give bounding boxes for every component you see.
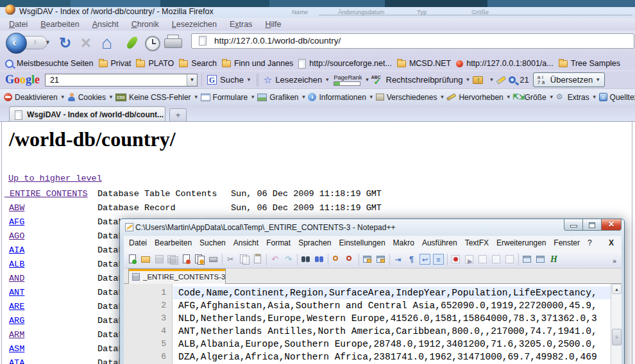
webdev-informationen[interactable]: iInformationen▼ [308, 93, 373, 102]
sync-h-icon[interactable] [375, 254, 386, 265]
menu-bearbeiten[interactable]: Bearbeiten [34, 18, 85, 31]
webdev-hervorheben[interactable]: Hervorheben▼ [446, 93, 511, 102]
fn-icon[interactable]: H [548, 254, 559, 265]
zoom-in-icon[interactable] [331, 254, 342, 265]
record-icon[interactable] [450, 254, 461, 265]
redo-icon[interactable]: ↷ [283, 254, 294, 265]
back-button[interactable] [6, 33, 27, 54]
listing-link[interactable]: _ENTIRE_CONTENTS [4, 187, 88, 201]
zoom-out-icon[interactable] [344, 254, 355, 265]
url-text[interactable]: http://127.0.0.1/world-db/country/ [214, 33, 341, 49]
copy-icon[interactable] [239, 254, 250, 265]
find-icon[interactable] [300, 254, 311, 265]
bookmark-item[interactable]: Privat [97, 59, 135, 68]
menu-lesezeichen[interactable]: Lesezeichen [165, 18, 223, 31]
doc2-icon[interactable] [535, 254, 546, 265]
webdev-extras[interactable]: ⚙Extras▼ [556, 93, 597, 102]
history-dropdown[interactable]: ▼ [45, 39, 51, 46]
scroll-thumb[interactable]: ≡ [612, 329, 622, 345]
npp-menu-suchen[interactable]: Suchen [196, 236, 230, 251]
toolbar-overflow[interactable]: » [613, 257, 616, 265]
maximize-button[interactable] [582, 219, 602, 231]
doc1-icon[interactable] [521, 254, 532, 265]
send-to-button[interactable]: ↑▼ [473, 76, 494, 84]
close-button[interactable]: ✕ [601, 219, 622, 231]
google-search-dropdown[interactable]: ▼ [187, 74, 197, 86]
reload-button[interactable]: ↻ [59, 35, 71, 52]
npp-menu-format[interactable]: Format [262, 236, 294, 251]
google-bookmarks-button[interactable]: ☆Lesezeichen▼ [264, 74, 330, 86]
listing-link[interactable]: AFG [9, 215, 24, 229]
listing-link[interactable]: ARM [9, 328, 24, 342]
npp-menu-fenster[interactable]: Fenster [550, 236, 584, 251]
cut-icon[interactable]: ✂ [225, 254, 236, 265]
save-icon[interactable] [154, 254, 165, 265]
listing-link[interactable]: ATA [9, 356, 24, 364]
npp-menu-sprachen[interactable]: Sprachen [294, 236, 335, 251]
editor-scrollbar[interactable]: ▲ ≡ [611, 284, 622, 364]
menu-datei[interactable]: Datei [3, 18, 34, 31]
wrap-icon[interactable]: ↩ [419, 254, 430, 265]
webdev-gr-e[interactable]: ⇱⇲Größe▼ [513, 93, 554, 102]
notepad-editor[interactable]: 123456 Code,Name,Continent,Region,Surfac… [124, 284, 622, 364]
listing-link[interactable]: ARE [9, 300, 24, 314]
bookmark-item[interactable]: http://sourceforge.net... [297, 59, 396, 69]
listing-link[interactable]: AND [9, 272, 24, 286]
undo-icon[interactable]: ↶ [269, 254, 280, 265]
print-icon[interactable] [208, 254, 219, 265]
bookmark-item[interactable]: MCSD.NET [396, 59, 455, 68]
bookmark-item[interactable]: Search [178, 59, 221, 68]
npp-menu-ausfhren[interactable]: Ausführen [418, 236, 461, 251]
npp-menu-ansicht[interactable]: Ansicht [230, 236, 262, 251]
webdev-quelltext[interactable]: ≡Quelltext▼ [599, 93, 635, 102]
bookmark-item[interactable]: http://127.0.0.1:8001/a... [455, 59, 557, 68]
multi-icon[interactable] [491, 254, 502, 265]
webdev-keine-css-fehler[interactable]: CSSKeine CSS-Fehler▼ [115, 93, 199, 102]
sage-icon[interactable] [126, 35, 139, 51]
whitespace-icon[interactable]: ⇥ [393, 254, 403, 265]
highlight-button[interactable] [496, 78, 506, 82]
stop-icon[interactable] [477, 254, 488, 265]
new-file-icon[interactable] [127, 254, 138, 265]
menu-extras[interactable]: Extras [223, 18, 258, 31]
guide-icon[interactable]: ≡ [433, 254, 444, 265]
play-icon[interactable]: ▶ [464, 254, 475, 265]
bookmark-item[interactable]: Meistbesuchte Seiten [4, 59, 97, 68]
up-link[interactable]: Up to higher level [8, 174, 102, 183]
listing-link[interactable]: AIA [9, 244, 24, 258]
npp-menu-erweiterungen[interactable]: Erweiterungen [493, 236, 550, 251]
open-file-icon[interactable] [140, 254, 151, 265]
minimize-button[interactable] [564, 219, 583, 231]
home-button[interactable]: ⌂ [101, 33, 112, 53]
npp-menu-makro[interactable]: Makro [389, 236, 418, 251]
npp-menu-einstellungen[interactable]: Einstellungen [335, 236, 389, 251]
npp-menu-datei[interactable]: Datei [125, 236, 151, 251]
scroll-up-arrow[interactable]: ▲ [612, 284, 622, 294]
listing-link[interactable]: ABW [9, 201, 24, 215]
pagerank-widget[interactable]: PageRank [334, 74, 362, 86]
webdev-grafiken[interactable]: Grafiken▼ [257, 93, 306, 102]
sync-v-icon[interactable] [362, 254, 373, 265]
npp-menu-[interactable]: ? [584, 236, 596, 251]
listing-link[interactable]: ANT [9, 286, 24, 300]
menu-hilfe[interactable]: Hilfe [258, 18, 287, 31]
notepad-menu-close[interactable]: X [609, 236, 614, 251]
new-tab-button[interactable]: + [169, 108, 187, 122]
npp-menu-bearbeiten[interactable]: Bearbeiten [151, 236, 196, 251]
bookmark-item[interactable]: Finn und Jannes [221, 59, 297, 68]
webdev-deaktivieren[interactable]: Deaktivieren▼ [4, 93, 65, 102]
listing-link[interactable]: AGO [9, 229, 24, 244]
stop-button[interactable]: × [81, 33, 91, 53]
save-macro-icon[interactable] [504, 254, 515, 265]
google-query[interactable]: 21 [50, 74, 59, 86]
npp-menu-textfx[interactable]: TextFX [461, 236, 493, 251]
spellcheck-button[interactable]: ABC✓Rechtschreibprüfung▼ [371, 75, 471, 85]
webdev-formulare[interactable]: Formulare▼ [201, 93, 256, 102]
webdev-cookies[interactable]: Cookies▼ [67, 93, 114, 102]
listing-link[interactable]: ARG [9, 314, 24, 328]
close-all-icon[interactable] [194, 254, 205, 265]
bookmark-item[interactable]: PLATO [135, 59, 178, 68]
bookmark-item[interactable]: Tree Samples [557, 59, 624, 68]
listing-link[interactable]: ASM [9, 342, 24, 356]
paragraph-icon[interactable]: ¶ [406, 254, 417, 265]
